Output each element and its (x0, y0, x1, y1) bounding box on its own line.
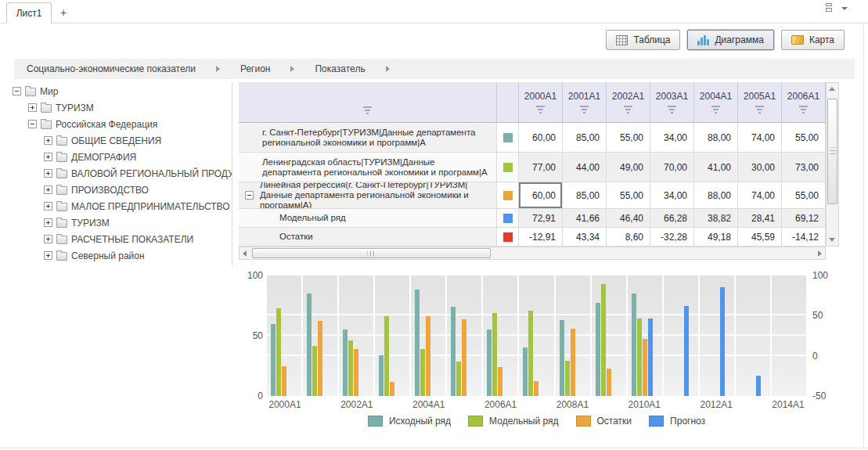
data-cell-0-1[interactable]: 85,00 (563, 123, 607, 153)
row-label-cell[interactable]: Ленинградская область|ТУРИЗМ|Данные депа… (239, 153, 497, 182)
data-cell-0-6[interactable]: 55,00 (782, 123, 826, 153)
column-header-2004A1[interactable]: 2004A1 (694, 82, 738, 123)
data-cell-0-5[interactable]: 74,00 (738, 123, 782, 153)
tree-item-5[interactable]: ВАЛОВОЙ РЕГИОНАЛЬНЫЙ ПРОДУКТ (0, 165, 232, 182)
data-cell-4-4[interactable]: 49,18 (694, 228, 738, 247)
column-filter-funnel-icon[interactable] (624, 106, 632, 113)
data-cell-4-1[interactable]: 43,34 (563, 228, 607, 247)
data-cell-2-6[interactable]: 55,00 (782, 182, 826, 209)
column-filter-funnel-icon[interactable] (536, 106, 545, 113)
x-axis-label-2002A1: 2002A1 (340, 399, 373, 410)
legend-swatch (468, 416, 483, 427)
tree-item-9[interactable]: РАСЧЕТНЫЕ ПОКАЗАТЕЛИ (0, 231, 232, 247)
data-cell-0-0[interactable]: 60,00 (519, 123, 563, 153)
column-filter-funnel-icon[interactable] (711, 106, 720, 113)
scroll-down-icon[interactable] (829, 238, 835, 242)
column-header-2002A1[interactable]: 2002A1 (607, 82, 650, 123)
data-cell-1-5[interactable]: 30,00 (738, 153, 782, 182)
tree-item-8[interactable]: ТУРИЗМ (0, 214, 232, 231)
data-cell-4-6[interactable]: -14,12 (782, 228, 826, 247)
print-menu-chevron-down-icon[interactable] (841, 7, 848, 10)
data-cell-0-4[interactable]: 88,00 (694, 123, 738, 153)
column-header-2003A1[interactable]: 2003A1 (650, 82, 694, 123)
tree-item-10[interactable]: Северный район (0, 247, 232, 264)
chart-view-button[interactable]: Диаграмма (687, 30, 773, 50)
row-filter-funnel-icon[interactable] (363, 106, 372, 114)
breadcrumb-item-1[interactable]: Регион (240, 63, 271, 74)
printer-icon[interactable] (823, 3, 835, 14)
row-label-cell[interactable]: Линейная регрессия(г. Санкт-Петербург|ТУ… (239, 182, 497, 209)
map-view-button[interactable]: Карта (781, 30, 845, 50)
tree-expander-plus-icon[interactable] (44, 136, 52, 145)
column-header-2001A1[interactable]: 2001A1 (563, 82, 607, 123)
table-v-scrollbar[interactable] (826, 82, 839, 247)
data-cell-2-5[interactable]: 74,00 (738, 182, 782, 209)
breadcrumb-item-0[interactable]: Социально-экономические показатели (27, 63, 196, 74)
row-label-column-header[interactable] (239, 82, 497, 123)
data-cell-3-0[interactable]: 72,91 (519, 209, 563, 228)
data-cell-3-4[interactable]: 38,82 (694, 209, 738, 228)
data-cell-3-6[interactable]: 69,12 (782, 209, 826, 228)
tree-expander-plus-icon[interactable] (44, 153, 52, 161)
data-cell-1-4[interactable]: 41,00 (694, 153, 738, 182)
tree-expander-minus-icon[interactable] (13, 87, 21, 95)
column-header-2006A1[interactable]: 2006A1 (782, 82, 826, 123)
data-cell-1-0[interactable]: 77,00 (519, 153, 563, 182)
column-filter-funnel-icon[interactable] (755, 106, 764, 113)
data-cell-3-2[interactable]: 46,40 (607, 209, 650, 228)
data-cell-1-6[interactable]: 73,00 (782, 153, 826, 182)
data-cell-2-1[interactable]: 85,00 (563, 182, 607, 209)
column-header-2000A1[interactable]: 2000A1 (519, 82, 563, 123)
scroll-up-icon[interactable] (829, 87, 835, 91)
add-sheet-button[interactable]: + (55, 4, 72, 21)
row-collapse-icon[interactable] (245, 191, 254, 200)
data-cell-2-3[interactable]: 34,00 (650, 182, 694, 209)
tree-expander-plus-icon[interactable] (44, 185, 52, 194)
tab-sheet1[interactable]: Лист1 (6, 2, 52, 23)
breadcrumb-item-2[interactable]: Показатель (315, 63, 365, 74)
table-h-scrollbar[interactable] (239, 247, 826, 260)
tree-expander-plus-icon[interactable] (28, 103, 37, 112)
data-cell-3-5[interactable]: 28,41 (738, 209, 782, 228)
tree-expander-minus-icon[interactable] (28, 120, 37, 128)
data-cell-4-5[interactable]: 45,59 (738, 228, 782, 247)
data-cell-4-3[interactable]: -32,28 (650, 228, 694, 247)
data-cell-2-2[interactable]: 55,00 (607, 182, 650, 209)
tree-item-4[interactable]: ДЕМОГРАФИЯ (0, 149, 232, 165)
tree-expander-plus-icon[interactable] (44, 202, 52, 211)
data-cell-3-3[interactable]: 66,28 (650, 209, 694, 228)
scroll-left-icon[interactable] (243, 250, 247, 257)
tree-item-3[interactable]: ОБЩИЕ СВЕДЕНИЯ (0, 132, 232, 149)
row-label-cell[interactable]: г. Санкт-Петербург|ТУРИЗМ|Данные департа… (239, 123, 497, 153)
column-filter-funnel-icon[interactable] (580, 106, 589, 113)
tree-item-0[interactable]: Мир (0, 83, 232, 99)
row-label-cell[interactable]: Остатки (239, 228, 497, 247)
tree-expander-plus-icon[interactable] (44, 251, 52, 260)
column-filter-funnel-icon[interactable] (668, 106, 676, 113)
data-cell-4-2[interactable]: 8,60 (607, 228, 650, 247)
column-header-2005A1[interactable]: 2005A1 (738, 82, 782, 123)
tree-expander-plus-icon[interactable] (44, 235, 52, 243)
row-label-cell[interactable]: Модельный ряд (239, 209, 497, 228)
data-cell-2-4[interactable]: 88,00 (694, 182, 738, 209)
tree-item-2[interactable]: Российская Федерация (0, 116, 232, 132)
table-row-0: г. Санкт-Петербург|ТУРИЗМ|Данные департа… (239, 123, 826, 153)
scroll-right-icon[interactable] (818, 250, 822, 257)
data-cell-2-0[interactable]: 60,00 (519, 182, 563, 209)
tree-item-1[interactable]: ТУРИЗМ (0, 99, 232, 116)
tree-item-6[interactable]: ПРОИЗВОДСТВО (0, 182, 232, 198)
table-h-scrollbar-thumb[interactable] (252, 248, 491, 258)
data-cell-0-3[interactable]: 34,00 (650, 123, 694, 153)
table-v-scrollbar-thumb[interactable] (827, 99, 837, 204)
data-cell-4-0[interactable]: -12,91 (519, 228, 563, 247)
table-view-button[interactable]: Таблица (606, 30, 680, 50)
tree-expander-plus-icon[interactable] (44, 169, 52, 178)
data-cell-1-1[interactable]: 44,00 (563, 153, 607, 182)
tree-expander-plus-icon[interactable] (44, 218, 52, 227)
data-cell-1-2[interactable]: 49,00 (607, 153, 650, 182)
column-filter-funnel-icon[interactable] (799, 106, 808, 113)
data-cell-3-1[interactable]: 41,66 (563, 209, 607, 228)
data-cell-1-3[interactable]: 70,00 (650, 153, 694, 182)
tree-item-7[interactable]: МАЛОЕ ПРЕДПРИНИМАТЕЛЬСТВО (0, 198, 232, 214)
data-cell-0-2[interactable]: 55,00 (607, 123, 650, 153)
